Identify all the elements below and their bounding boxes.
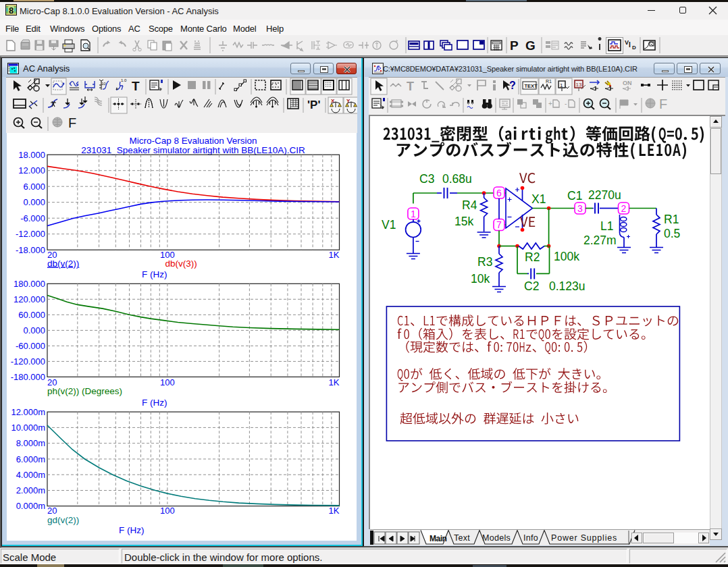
svg-text:R1: R1	[664, 213, 679, 226]
svg-text:+: +	[548, 100, 552, 107]
svg-text:Power Supplies: Power Supplies	[551, 533, 617, 543]
svg-text:12.000m: 12.000m	[11, 407, 45, 417]
svg-text:100: 100	[160, 506, 175, 516]
svg-text:Models: Models	[482, 533, 511, 543]
svg-text:?: ?	[509, 80, 516, 91]
svg-text:D: D	[632, 45, 636, 51]
svg-text:10k: 10k	[471, 272, 490, 286]
svg-text:db(v(3)): db(v(3))	[165, 259, 197, 269]
svg-text:0.5: 0.5	[664, 227, 680, 240]
svg-text:R1: R1	[546, 79, 552, 84]
svg-text:F: F	[659, 97, 667, 111]
svg-text:13: 13	[576, 82, 582, 88]
svg-text:R4: R4	[462, 198, 477, 212]
svg-text:20: 20	[47, 506, 57, 516]
svg-text:6.000: 6.000	[23, 182, 45, 192]
svg-text:1: 1	[411, 209, 416, 219]
svg-text:Micro-Cap 8 Evaluation Version: Micro-Cap 8 Evaluation Version	[129, 136, 257, 146]
svg-text:15k: 15k	[454, 215, 473, 228]
svg-text:120.000: 120.000	[14, 294, 45, 304]
svg-text:db(v(2)): db(v(2))	[47, 259, 79, 269]
svg-text:10.000m: 10.000m	[11, 423, 45, 433]
svg-text:0.000: 0.000	[23, 197, 45, 207]
svg-text:Info: Info	[523, 533, 538, 543]
svg-text:X1: X1	[531, 192, 546, 206]
svg-text:0.000m: 0.000m	[16, 501, 45, 511]
svg-text:1K: 1K	[329, 506, 340, 516]
svg-text:G: G	[525, 38, 536, 53]
svg-text:-: -	[565, 100, 567, 107]
svg-text:12.000: 12.000	[18, 165, 45, 176]
svg-text:V1: V1	[382, 218, 396, 232]
svg-text:231031_Speaker simulator airti: 231031_Speaker simulator airtight with B…	[81, 145, 305, 155]
svg-text:20: 20	[47, 377, 57, 387]
svg-text:TEXT: TEXT	[525, 83, 538, 89]
svg-text:P: P	[510, 38, 519, 53]
svg-text:R2: R2	[525, 250, 540, 264]
svg-text:2.27m: 2.27m	[583, 234, 617, 247]
svg-text:1.0: 1.0	[121, 78, 127, 82]
svg-text:0.123u: 0.123u	[549, 279, 586, 293]
svg-text:100k: 100k	[554, 250, 579, 263]
svg-text:I: I	[629, 41, 631, 49]
svg-text:6.000m: 6.000m	[16, 454, 45, 464]
svg-text:1K: 1K	[329, 250, 340, 260]
svg-text:'P': 'P'	[307, 99, 320, 111]
svg-text:gd(v(2)): gd(v(2))	[47, 515, 79, 525]
svg-text:-12.000: -12.000	[16, 229, 45, 239]
svg-text:3: 3	[577, 203, 583, 214]
svg-text:-120.000: -120.000	[11, 356, 45, 367]
svg-text:ph(v(2)) (Degrees): ph(v(2)) (Degrees)	[47, 386, 122, 396]
svg-text:F: F	[68, 115, 76, 130]
svg-text:R3: R3	[477, 255, 492, 269]
svg-text:0.68u: 0.68u	[442, 172, 472, 186]
svg-text:8: 8	[9, 5, 14, 16]
svg-text:-60.000: -60.000	[16, 341, 45, 351]
svg-text:1K: 1K	[329, 377, 340, 387]
svg-text:0.000: 0.000	[23, 325, 45, 335]
svg-text:60.000: 60.000	[18, 310, 45, 320]
svg-text:F (Hz): F (Hz)	[142, 398, 167, 408]
svg-text:2: 2	[621, 203, 627, 214]
svg-text:2.000m: 2.000m	[16, 485, 45, 495]
svg-text:-6.000: -6.000	[20, 213, 45, 223]
svg-text:-180.000: -180.000	[11, 372, 45, 382]
svg-text:180.000: 180.000	[14, 279, 45, 289]
svg-text:10: 10	[101, 82, 106, 86]
svg-text:T: T	[132, 79, 140, 93]
svg-text:1: 1	[560, 82, 563, 88]
svg-text:T: T	[407, 80, 414, 93]
svg-text:F (Hz): F (Hz)	[142, 269, 167, 279]
svg-text:C1: C1	[567, 189, 582, 202]
svg-text:Main: Main	[430, 534, 447, 543]
svg-text:18.000: 18.000	[18, 150, 45, 160]
svg-text:-18.000: -18.000	[16, 245, 45, 255]
svg-text:ON: ON	[623, 80, 632, 86]
svg-text:6: 6	[496, 188, 502, 198]
svg-text:C2: C2	[524, 279, 539, 293]
svg-text:4.000m: 4.000m	[16, 470, 45, 480]
svg-text:2270u: 2270u	[588, 188, 621, 202]
svg-text:Text: Text	[454, 533, 470, 543]
svg-text:100: 100	[160, 377, 175, 387]
svg-text:F (Hz): F (Hz)	[119, 525, 145, 535]
svg-text:C3: C3	[419, 172, 434, 186]
svg-text:7: 7	[496, 219, 502, 230]
svg-text:8.000m: 8.000m	[16, 438, 45, 448]
svg-text:L1: L1	[600, 219, 613, 233]
